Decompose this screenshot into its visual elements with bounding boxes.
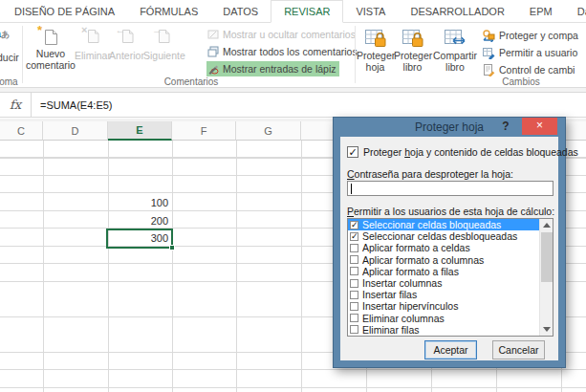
allow-users-icon xyxy=(483,47,495,59)
protect-workbook-icon xyxy=(402,28,424,49)
insert-function-button[interactable]: fx xyxy=(0,93,32,117)
gridline xyxy=(108,141,109,392)
ribbon-separator xyxy=(355,26,356,83)
checkbox[interactable] xyxy=(350,291,358,299)
protect-sheet-icon xyxy=(364,28,387,49)
next-comment-button: → Siguiente xyxy=(143,25,184,84)
help-icon[interactable]: ? xyxy=(499,120,512,133)
checkbox-checked[interactable]: ✓ xyxy=(347,146,358,158)
protect-sheet-button[interactable]: Proteger hoja xyxy=(357,25,394,84)
new-comment-button[interactable]: * Nuevo comentario xyxy=(26,25,76,84)
gridline xyxy=(236,141,237,392)
tab-diseno-de-pagina[interactable]: DISEÑO DE PÁGINA xyxy=(2,0,127,22)
cancel-button[interactable]: Cancelar xyxy=(492,340,545,359)
gridline xyxy=(43,141,44,392)
checkbox[interactable]: ✓ xyxy=(350,221,358,229)
show-ink-toggle[interactable]: Mostrar entradas de lápiz xyxy=(206,61,339,76)
tab-data-manager[interactable]: Data Manager xyxy=(565,0,586,22)
close-icon[interactable]: × xyxy=(522,118,557,135)
checkbox[interactable] xyxy=(350,255,358,264)
password-label: Contraseña para desproteger la hoja: xyxy=(347,168,513,180)
scrollbar-thumb[interactable] xyxy=(541,232,553,282)
formula-input[interactable]: =SUMA(E4:E5) xyxy=(40,93,113,117)
show-hide-comment-toggle: Mostrar u ocultar comentarios xyxy=(206,27,359,42)
permission-item[interactable]: ✓Seleccionar celdas bloqueadas xyxy=(348,219,540,230)
comments-group-label: Comentarios xyxy=(115,76,268,87)
permissions-listbox[interactable]: ✓Seleccionar celdas bloqueadas ✓Seleccio… xyxy=(347,218,553,337)
cell-e5[interactable]: 200 xyxy=(108,212,168,229)
permission-item[interactable]: Insertar hipervínculos xyxy=(348,300,540,312)
delete-comment-icon: × xyxy=(84,28,101,45)
protect-share-icon xyxy=(483,30,495,42)
checkbox[interactable] xyxy=(350,244,358,252)
cell-e4[interactable]: 100 xyxy=(108,194,168,211)
listbox-scrollbar[interactable] xyxy=(539,219,553,336)
password-input[interactable] xyxy=(347,181,553,196)
tab-desarrollador[interactable]: DESARROLLADOR xyxy=(398,0,516,22)
share-workbook-button[interactable]: Compartir libro xyxy=(431,25,479,84)
permission-item[interactable]: Aplicar formato a columnas xyxy=(348,254,540,266)
next-comment-icon: → xyxy=(155,28,172,45)
protect-workbook-button[interactable]: Proteger libro xyxy=(394,25,431,84)
permission-item[interactable]: Eliminar filas xyxy=(348,324,540,336)
tab-formulas[interactable]: FÓRMULAS xyxy=(127,0,210,22)
share-workbook-icon xyxy=(444,28,467,49)
delete-comment-button: × Eliminar xyxy=(75,25,111,84)
protect-share-workbook-button[interactable]: Proteger y compa xyxy=(483,28,578,43)
ribbon: aあ ducir ioma * Nuevo comentario xyxy=(0,24,586,87)
ribbon-separator xyxy=(22,26,23,83)
show-hide-comment-icon xyxy=(207,29,219,40)
checkbox[interactable] xyxy=(350,302,358,311)
protect-sheet-checkbox-row[interactable]: ✓ Proteger hoja y contenido de celdas bl… xyxy=(347,146,578,158)
tab-epm[interactable]: EPM xyxy=(517,0,565,22)
previous-comment-icon: ← xyxy=(119,28,136,45)
tab-revisar[interactable]: REVISAR xyxy=(271,0,343,23)
column-header-g[interactable]: G xyxy=(236,121,301,141)
permissions-label: Permitir a los usuarios de esta hoja de … xyxy=(347,206,554,217)
allow-users-edit-ranges-button[interactable]: Permitir a usuario xyxy=(483,45,577,60)
protect-checkbox-label: Proteger hoja y contenido de celdas bloq… xyxy=(363,146,578,158)
checkbox[interactable] xyxy=(350,314,358,322)
scroll-up-icon[interactable] xyxy=(543,223,551,228)
previous-comment-button: ← Anterior xyxy=(109,25,144,84)
gridline xyxy=(301,141,302,392)
tab-vista[interactable]: VISTA xyxy=(343,0,398,22)
scroll-down-icon[interactable] xyxy=(543,327,551,332)
column-header-c[interactable]: C xyxy=(0,121,43,141)
track-changes-icon xyxy=(483,64,495,76)
pen-icon xyxy=(207,63,219,75)
checkbox[interactable] xyxy=(350,279,358,288)
permission-item[interactable]: Insertar filas xyxy=(348,289,540,300)
changes-group-label: Cambios xyxy=(483,76,559,87)
permission-item[interactable]: Eliminar columnas xyxy=(348,313,540,324)
formula-bar: fx =SUMA(E4:E5) xyxy=(0,92,586,118)
column-header-e[interactable]: E xyxy=(108,121,172,141)
active-cell-selection[interactable] xyxy=(106,229,173,249)
ok-button[interactable]: Aceptar xyxy=(424,340,477,359)
excel-window: DISEÑO DE PÁGINA FÓRMULAS DATOS REVISAR … xyxy=(0,0,586,392)
new-comment-icon: * xyxy=(41,28,60,47)
permission-item[interactable]: Aplicar formato a celdas xyxy=(348,242,540,253)
tab-datos[interactable]: DATOS xyxy=(210,0,271,22)
gridline xyxy=(172,141,173,392)
column-header-d[interactable]: D xyxy=(43,121,108,141)
show-all-comments-icon xyxy=(207,46,219,57)
protect-sheet-dialog: Proteger hoja ? × ✓ Proteger hoja y cont… xyxy=(333,117,566,368)
ribbon-tab-bar: DISEÑO DE PÁGINA FÓRMULAS DATOS REVISAR … xyxy=(0,0,586,23)
text-caret xyxy=(351,184,352,194)
translate-icon: aあ xyxy=(0,28,14,45)
column-header-f[interactable]: F xyxy=(172,121,236,141)
permission-item[interactable]: Insertar columnas xyxy=(348,277,540,289)
fill-handle[interactable] xyxy=(169,245,175,250)
dialog-body: ✓ Proteger hoja y contenido de celdas bl… xyxy=(340,137,558,360)
permission-item[interactable]: Aplicar formato a filas xyxy=(348,266,540,277)
checkbox[interactable] xyxy=(350,325,358,334)
checkbox[interactable] xyxy=(350,267,358,275)
translate-button-label[interactable]: ducir xyxy=(0,52,19,63)
track-changes-button[interactable]: Control de cambi xyxy=(483,62,575,77)
show-all-comments-toggle[interactable]: Mostrar todos los comentarios xyxy=(206,44,361,59)
checkbox[interactable]: ✓ xyxy=(350,232,358,241)
permission-item[interactable]: ✓Seleccionar celdas desbloqueadas xyxy=(348,230,540,242)
